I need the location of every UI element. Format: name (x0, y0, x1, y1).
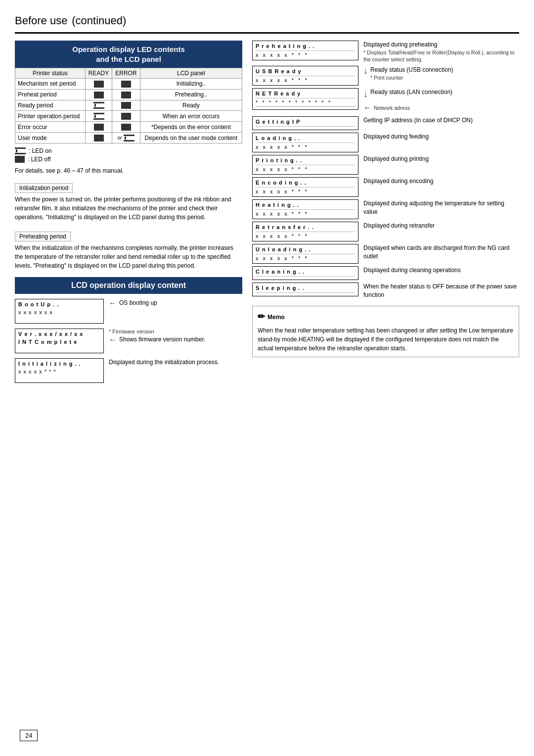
table-row: Error occur *Depends on the error conten… (15, 122, 242, 133)
table-row: Printer operation period When an error o… (15, 111, 242, 122)
right-entry-preheating: P r e h e a t i n g . . x x x x x * * * … (252, 41, 519, 63)
table-row: Ready period Ready (15, 100, 242, 111)
led-table: Printer status READY ERROR LCD panel Mec… (15, 68, 242, 143)
lcd-version-title: V e r . x x x / x x / x x (18, 331, 100, 337)
lcd-bootup-title: B o o t U p . . (18, 301, 100, 307)
memo-box: ✏ Memo When the heat roller temperature … (252, 306, 519, 357)
table-row: Mechanism set period Initializing.. (15, 79, 242, 90)
right-entry-encoding: E n c o d i n g . . x x x x x * * * Disp… (252, 177, 519, 197)
right-entry-heating: H e a t i n g . . x x x x x * * * Displa… (252, 199, 519, 219)
lcd-version-entry: V e r . x x x / x x / x x I N T C o m p … (15, 329, 242, 353)
led-section-header: Operation display LED contents and the L… (15, 41, 242, 68)
preheating-period-box: Preheating period (15, 232, 71, 241)
lcd-init-value: x x x x x * * * (18, 369, 100, 375)
info-text: For details, see p. 46 – 47 of this manu… (15, 167, 242, 175)
lcd-init-title: I n i t i a l i z i n g . . (18, 361, 100, 367)
right-entry-unloading: U n l o a d i n g . . x x x x x * * * Di… (252, 244, 519, 264)
led-off-label: : LED off (28, 156, 50, 163)
right-entry-retransfer: R e t r a n s f e r . . x x x x x * * * … (252, 222, 519, 241)
col-lcd-panel: LCD panel (140, 68, 242, 79)
initialization-period-text: When the power is turned on, the printer… (15, 195, 242, 222)
lcd-version-value: I N T C o m p l e t e (18, 339, 100, 345)
initialization-period-box: Initialization period (15, 183, 73, 193)
lcd-bootup-value: x x x x x x x (18, 309, 100, 315)
col-ready: READY (85, 68, 112, 79)
table-row: Preheat period Preheating.. (15, 89, 242, 100)
lcd-boot-up-entry: B o o t U p . . x x x x x x x ← OS booti… (15, 299, 242, 324)
lcd-version-desc: Shows firmware version number. (119, 335, 205, 344)
memo-text: When the heat roller temperature setting… (258, 326, 514, 353)
lcd-version-note: * Firmware version (109, 329, 205, 334)
right-lcd-entries: P r e h e a t i n g . . x x x x x * * * … (252, 41, 519, 299)
right-entry-loading: L o a d i n g . . x x x x x * * * Displa… (252, 133, 519, 152)
lcd-section-header: LCD operation display content (15, 277, 242, 294)
right-entry-usb-ready: U S B R e a d y x x x x x * * * ↓ Ready … (252, 66, 519, 86)
preheating-period-text: When the initialization of the mechanism… (15, 243, 242, 270)
page-number: 24 (20, 730, 38, 741)
right-entry-net-ready: N E T R e a d y * * * * * * * * * * * * … (252, 88, 519, 114)
lcd-init-desc: Displayed during the initialization proc… (109, 359, 219, 366)
memo-label-text: Memo (267, 313, 285, 322)
lcd-initializing-entry: I n i t i a l i z i n g . . x x x x x * … (15, 358, 242, 383)
led-legend: : LED on : LED off (15, 147, 242, 163)
col-printer-status: Printer status (15, 68, 86, 79)
right-entry-getting-ip: G e t t i n g I P Getting IP address (In… (252, 116, 519, 130)
right-entry-sleeping: S l e e p i n g . . When the heater stat… (252, 283, 519, 299)
right-entry-cleaning: C l e a n i n g . . Displayed during cle… (252, 266, 519, 280)
led-on-label: : LED on (29, 147, 52, 154)
memo-icon: ✏ (258, 310, 265, 324)
right-entry-printing: P r i n t i n g . . x x x x x * * * Disp… (252, 155, 519, 175)
col-error: ERROR (112, 68, 140, 79)
page-title: Before use (continued) (15, 10, 519, 34)
table-row: User mode or Depends on the user mode co… (15, 133, 242, 143)
lcd-bootup-desc: OS booting up (119, 299, 157, 307)
